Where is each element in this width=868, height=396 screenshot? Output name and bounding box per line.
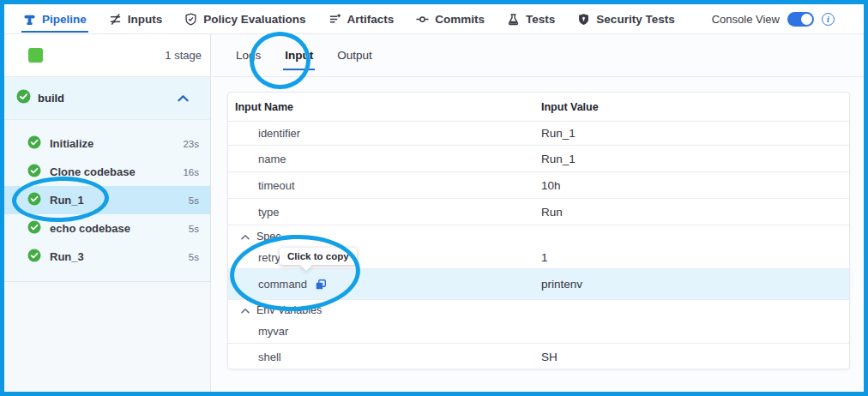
input-table-card: Input Name Input Value identifier Run_1 … [227, 92, 850, 369]
row-name: timeout [258, 179, 295, 192]
nav-tab-tests[interactable]: Tests [507, 13, 555, 26]
table-row-command[interactable]: command printenv [228, 269, 849, 300]
table-row-timeout: timeout 10h [228, 172, 849, 199]
nav-tab-security-tests[interactable]: Security Tests [577, 13, 674, 26]
row-value: printenv [541, 278, 849, 291]
console-view-label: Console View [712, 13, 780, 26]
table-group-spec[interactable]: Spec [228, 225, 849, 247]
stage-count: 1 stage [165, 49, 202, 62]
row-value: 1 [541, 251, 849, 264]
commit-icon [416, 13, 429, 26]
row-value: Run [541, 206, 849, 219]
table-row-identifier: identifier Run_1 [228, 122, 849, 146]
step-duration: 23s [183, 139, 199, 149]
inputs-icon [109, 13, 122, 26]
nav-tab-inputs[interactable]: Inputs [109, 13, 163, 26]
row-value: SH [541, 351, 849, 363]
policy-shield-check-icon [184, 13, 197, 26]
check-circle-icon [16, 89, 31, 107]
top-nav: Pipeline Inputs Policy Evaluations Artif… [4, 4, 864, 34]
row-value: Run_1 [541, 153, 849, 165]
step-duration: 5s [189, 224, 199, 234]
info-icon[interactable]: i [822, 13, 835, 26]
toggle-knob [801, 14, 812, 25]
row-name: command [258, 278, 307, 291]
row-name: myvar [258, 325, 288, 338]
console-view-control: Console View i [712, 12, 835, 27]
nav-tab-label: Commits [435, 13, 485, 26]
step-detail-panel: Logs Input Output Input Name Input Value… [212, 34, 864, 392]
group-label: Spec [256, 231, 281, 243]
check-circle-icon [27, 135, 41, 153]
stage-name: build [38, 92, 64, 105]
table-row-shell: shell SH [228, 344, 849, 369]
tab-logs[interactable]: Logs [234, 36, 262, 75]
step-name: Run_1 [50, 194, 84, 207]
row-name: retry [258, 251, 280, 264]
step-name: Run_3 [50, 250, 84, 263]
pipeline-icon [23, 13, 36, 26]
check-circle-icon [27, 164, 41, 181]
column-header-input-name: Input Name [235, 101, 541, 113]
table-row-myvar: myvar [228, 319, 849, 344]
artifacts-list-plus-icon [329, 13, 341, 26]
check-circle-icon [27, 220, 41, 237]
table-row-name: name Run_1 [228, 146, 849, 172]
tab-output[interactable]: Output [335, 36, 374, 75]
nav-tab-label: Inputs [128, 13, 163, 26]
row-name: type [258, 206, 280, 219]
copy-icon[interactable] [315, 279, 327, 291]
nav-tab-label: Artifacts [347, 13, 395, 26]
nav-tab-label: Security Tests [596, 13, 674, 26]
table-group-env-variables[interactable]: Env Variables [228, 300, 849, 319]
nav-tab-label: Policy Evaluations [203, 13, 305, 26]
step-run-1[interactable]: Run_1 5s [4, 186, 210, 214]
nav-tab-pipeline[interactable]: Pipeline [23, 13, 87, 26]
step-duration: 5s [189, 195, 199, 206]
check-circle-icon [27, 249, 41, 266]
step-clone-codebase[interactable]: Clone codebase 16s [4, 158, 210, 186]
row-name: identifier [258, 127, 300, 140]
nav-tab-commits[interactable]: Commits [416, 13, 485, 26]
flask-icon [507, 13, 520, 26]
step-list: Initialize 23s Clone codebase 16s Run_1 … [4, 120, 210, 282]
stage-status-square [28, 48, 43, 63]
stage-summary: 1 stage [4, 34, 210, 77]
step-echo-codebase[interactable]: echo codebase 5s [4, 214, 210, 243]
nav-tab-label: Tests [526, 13, 555, 26]
nav-tab-artifacts[interactable]: Artifacts [329, 13, 395, 26]
chevron-up-icon[interactable] [178, 94, 189, 102]
console-view-toggle[interactable] [787, 12, 814, 27]
row-value: 10h [541, 179, 849, 192]
column-header-input-value: Input Value [541, 101, 849, 113]
table-header-row: Input Name Input Value [228, 93, 849, 122]
nav-tab-policy-evaluations[interactable]: Policy Evaluations [184, 13, 305, 26]
check-circle-icon [27, 192, 41, 209]
step-duration: 16s [183, 167, 199, 177]
row-name: name [258, 153, 286, 165]
step-name: Clone codebase [50, 165, 136, 178]
step-name: Initialize [50, 137, 93, 150]
pipeline-sidebar: 1 stage build Initialize 23s Clone codeb… [4, 34, 211, 392]
security-shield-icon [577, 13, 590, 26]
stage-build[interactable]: build [4, 77, 210, 120]
app-window: Pipeline Inputs Policy Evaluations Artif… [0, 0, 868, 396]
row-name: shell [258, 351, 281, 363]
step-duration: 5s [189, 252, 199, 262]
group-label: Env Variables [256, 304, 322, 316]
chevron-up-icon [241, 231, 250, 243]
nav-tab-label: Pipeline [42, 13, 87, 26]
step-run-3[interactable]: Run_3 5s [4, 243, 210, 271]
tab-input[interactable]: Input [283, 36, 315, 75]
detail-tabs: Logs Input Output [212, 34, 864, 77]
row-value: Run_1 [541, 127, 849, 140]
step-name: echo codebase [50, 222, 130, 235]
click-to-copy-tooltip: Click to copy [280, 248, 357, 265]
table-row-type: type Run [228, 199, 849, 225]
chevron-up-icon [241, 304, 250, 316]
step-initialize[interactable]: Initialize 23s [4, 129, 210, 158]
